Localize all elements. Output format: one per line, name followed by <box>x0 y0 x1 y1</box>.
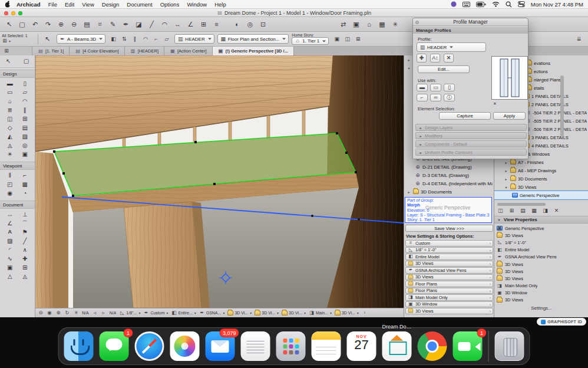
toolbox-button[interactable]: ∧ <box>18 245 31 254</box>
menu-design[interactable]: Design <box>102 1 120 8</box>
toolbar-button[interactable]: ⊞ <box>197 19 210 30</box>
toolbar-button[interactable]: ✳ <box>389 19 401 30</box>
manage-profiles-header[interactable]: Manage Profiles <box>413 27 528 34</box>
toolbox-button[interactable]: ◇ <box>4 123 16 132</box>
safari-dock-icon[interactable] <box>135 331 164 361</box>
tab-overview-button[interactable]: ⊞ <box>0 47 32 55</box>
toolbar-button[interactable]: ↖ <box>3 19 15 30</box>
view-tab[interactable]: ▣(!) Generic Perspective [3D /... <box>213 47 294 55</box>
toolbox-button[interactable]: ↔ <box>4 210 16 219</box>
toolbox-button[interactable]: ▨ <box>4 236 16 245</box>
toolbox-button[interactable]: △ <box>4 272 16 281</box>
use-with-toggle[interactable]: ▭ <box>430 84 441 91</box>
toolbar-button[interactable]: ▢ <box>16 19 28 30</box>
toolbox-button[interactable]: ✚ <box>18 254 31 263</box>
project-tree-item[interactable]: ▸3D Documents <box>494 175 588 183</box>
quick-option[interactable]: ✒GSNA...▾ <box>199 310 226 317</box>
view-mode-button[interactable]: ▣ <box>332 34 342 44</box>
window-titlebar[interactable]: ▤ Dream Dome - Project 1 - Model 1 - Win… <box>0 9 588 17</box>
quick-option[interactable]: 3D Vi...▾ <box>281 310 306 317</box>
toolbox-button[interactable]: ▨ <box>18 132 31 141</box>
palette-section[interactable]: ▸Components - Default <box>415 140 527 147</box>
toolbox-button[interactable]: ∿ <box>4 254 16 263</box>
toolbox-button[interactable]: ◉ <box>4 189 16 198</box>
twisty-icon[interactable]: ▸ <box>418 126 423 130</box>
panel-button[interactable]: ⇊ <box>574 34 584 44</box>
toolbox-button[interactable]: ╱ <box>18 236 31 245</box>
view-setting[interactable]: ◨Main Model Only› <box>405 294 493 301</box>
geometry-button[interactable]: ⇅ <box>119 34 129 44</box>
toolbar-button[interactable]: ⇄ <box>337 19 349 30</box>
use-with-toggle[interactable]: ⓘ <box>444 94 455 101</box>
profile-select-combo[interactable]: ▥ HEADER <box>417 42 486 52</box>
navigator-action-button[interactable]: ⊞ <box>507 206 517 215</box>
navigator-action-button[interactable]: ◨ <box>540 206 550 215</box>
menubar-extra-icon[interactable] <box>451 1 457 7</box>
view-setting[interactable]: ◺1/8" = 1'-0"› <box>405 247 493 254</box>
geometry-button[interactable]: ◠ <box>140 34 150 44</box>
toolbox-button[interactable]: ⊥ <box>18 210 31 219</box>
trash-dock-icon[interactable] <box>495 331 524 361</box>
active-tool-button[interactable]: ⊞▾ <box>2 38 11 44</box>
toolbox-button[interactable]: ⌒ <box>18 219 31 228</box>
view-setting[interactable]: Floor Plans› <box>405 281 493 287</box>
twisty-icon[interactable]: ▸ <box>418 134 423 138</box>
view-setting[interactable]: ✒GSNA Archicad View Pens› <box>405 267 493 274</box>
geometry-button[interactable]: ▱ <box>161 34 171 44</box>
toolbar-button[interactable]: ⊖ <box>68 19 80 30</box>
toolbox-section-document[interactable]: Document <box>0 201 35 209</box>
toolbar-button[interactable]: ⌂ <box>363 19 375 30</box>
home-story-combo[interactable]: ⌂ 1. Tier 1 <box>292 37 329 45</box>
settings-button[interactable]: Settings... <box>494 305 588 311</box>
twisty-icon[interactable]: ▸ <box>418 142 423 146</box>
finder-dock-icon[interactable] <box>64 331 94 361</box>
launchpad-dock-icon[interactable] <box>276 331 306 361</box>
toolbox-button[interactable]: ◔ <box>18 189 31 198</box>
toolbox-button[interactable]: ‖ <box>4 171 16 180</box>
toolbox-button[interactable]: ◫ <box>4 114 16 123</box>
toolbar-button[interactable]: ◐ <box>231 19 243 30</box>
apple-menu[interactable] <box>5 1 11 8</box>
view-setting[interactable]: 3D Views› <box>405 274 493 281</box>
control-center-icon[interactable] <box>518 1 525 7</box>
view-tab[interactable]: ▤[1. Tier 1] <box>32 47 70 55</box>
toolbar-button[interactable]: ↶ <box>29 19 41 30</box>
use-with-toggle[interactable]: ∞ <box>430 94 441 101</box>
twisty-icon[interactable]: ▾ <box>407 66 411 70</box>
toolbox-button[interactable]: A <box>4 228 16 236</box>
palette-titlebar[interactable]: Profile Manager <box>413 18 528 26</box>
chrome-dock-icon[interactable] <box>418 331 447 361</box>
quick-option[interactable]: 3D Vi...▾ <box>254 310 279 317</box>
notes-dock-icon[interactable] <box>312 331 341 361</box>
twisty-icon[interactable]: ▸ <box>504 177 508 181</box>
toolbox-button[interactable]: ▤ <box>18 123 31 132</box>
twisty-icon[interactable]: ▸ <box>407 190 411 194</box>
toolbar-button[interactable]: ↔ <box>171 19 184 30</box>
toolbar-button[interactable]: ⊡ <box>257 19 269 30</box>
toolbox-button[interactable]: ⊞ <box>18 114 31 123</box>
toolbox-button[interactable]: ∠ <box>4 219 16 228</box>
capture-button[interactable]: Capture <box>439 112 491 120</box>
quick-option[interactable]: ◺1/8"...▾ <box>118 310 141 317</box>
menu-document[interactable]: Document <box>127 1 152 8</box>
toolbox-button[interactable]: ⊞ <box>18 263 31 272</box>
profile-preview[interactable] <box>491 56 528 100</box>
twisty-icon[interactable]: ▸ <box>504 169 508 173</box>
messages-dock-icon[interactable]: 1 <box>100 331 129 361</box>
toolbox-button[interactable]: ↖ <box>2 57 15 66</box>
navigator-item[interactable]: ▸3D Documents <box>404 188 494 196</box>
quick-option[interactable]: ⊕ <box>55 310 62 317</box>
palette-section[interactable]: ▸Design Layers <box>415 124 527 131</box>
photos-dock-icon[interactable] <box>170 331 200 361</box>
view-setting[interactable]: ◧Entire Model› <box>405 254 493 260</box>
toolbox-button[interactable]: ▦ <box>18 180 31 189</box>
arrow-tool-button[interactable]: ↖ <box>41 34 54 45</box>
vertical-scrollbar[interactable] <box>560 75 564 137</box>
quick-option[interactable]: 3D Vi...▾ <box>227 310 252 317</box>
toolbox-button[interactable]: ◎ <box>18 141 31 150</box>
use-with-toggle[interactable]: ▯ <box>444 84 455 91</box>
toolbox-button[interactable]: ▯ <box>18 79 31 88</box>
view-tab[interactable]: ▦[Action Center] <box>164 47 213 55</box>
apply-button[interactable]: Apply <box>493 112 526 120</box>
twisty-icon[interactable]: ▾ <box>504 185 508 189</box>
